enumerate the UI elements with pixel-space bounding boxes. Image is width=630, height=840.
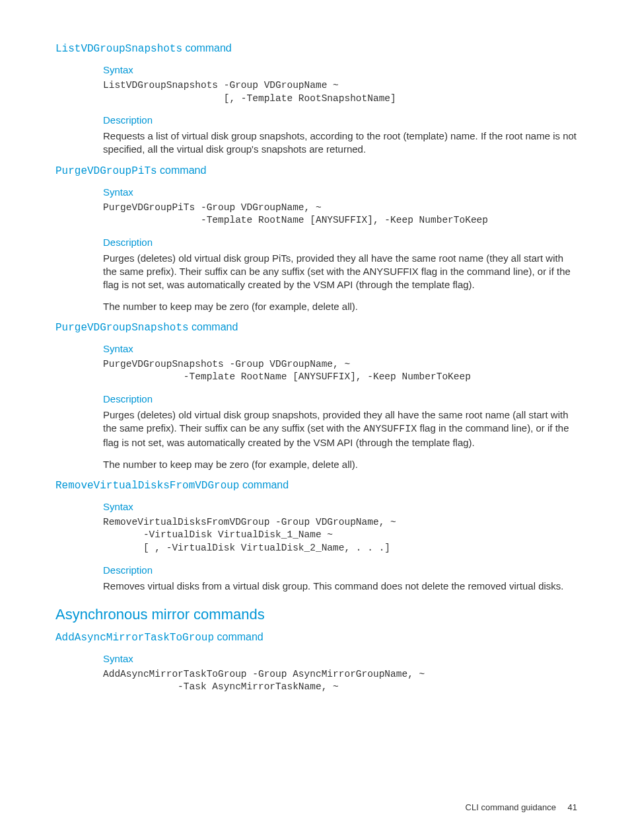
page: ListVDGroupSnapshots command Syntax List…	[0, 0, 630, 840]
heading-tail: command	[189, 321, 238, 332]
block-s1: Syntax ListVDGroupSnapshots -Group VDGro…	[103, 64, 577, 157]
heading-listvdgroupsnapshots: ListVDGroupSnapshots command	[55, 42, 577, 55]
block-s2: Syntax PurgeVDGroupPiTs -Group VDGroupNa…	[103, 186, 577, 313]
syntax-label: Syntax	[103, 64, 577, 75]
description-label: Description	[103, 393, 577, 404]
heading-code: PurgeVDGroupPiTs	[55, 165, 157, 177]
description-text: Removes virtual disks from a virtual dis…	[103, 580, 577, 593]
syntax-label: Syntax	[103, 501, 577, 512]
heading-tail: command	[239, 479, 289, 490]
heading-addasyncmirrortasktogroup: AddAsyncMirrorTaskToGroup command	[55, 631, 577, 644]
heading-tail: command	[214, 631, 263, 642]
heading-purgevdgrouppits: PurgeVDGroupPiTs command	[55, 165, 577, 177]
description-text-2: The number to keep may be zero (for exam…	[103, 458, 577, 471]
block-s4: Syntax RemoveVirtualDisksFromVDGroup -Gr…	[103, 501, 577, 593]
syntax-label: Syntax	[103, 653, 577, 664]
page-number: 41	[568, 802, 577, 812]
heading-tail: command	[157, 165, 207, 176]
heading-code: ListVDGroupSnapshots	[55, 43, 182, 55]
description-text: Purges (deletes) old virtual disk group …	[103, 408, 577, 450]
block-s5: Syntax AddAsyncMirrorTaskToGroup -Group …	[103, 653, 577, 694]
description-text: Requests a list of virtual disk group sn…	[103, 130, 577, 157]
description-text: Purges (deletes) old virtual disk group …	[103, 252, 577, 292]
syntax-label: Syntax	[103, 343, 577, 354]
block-s3: Syntax PurgeVDGroupSnapshots -Group VDGr…	[103, 343, 577, 471]
code-block: PurgeVDGroupPiTs -Group VDGroupName, ~ -…	[103, 202, 577, 227]
heading-code: RemoveVirtualDisksFromVDGroup	[55, 480, 239, 492]
inline-code: ANYSUFFIX	[363, 424, 417, 435]
description-label: Description	[103, 114, 577, 126]
section-heading-async-mirror: Asynchronous mirror commands	[55, 606, 577, 623]
page-footer: CLI command guidance 41	[466, 802, 577, 812]
code-block: ListVDGroupSnapshots -Group VDGroupName …	[103, 79, 577, 105]
code-block: PurgeVDGroupSnapshots -Group VDGroupName…	[103, 358, 577, 384]
footer-text: CLI command guidance	[466, 802, 556, 812]
heading-tail: command	[182, 42, 232, 54]
heading-code: PurgeVDGroupSnapshots	[55, 322, 189, 334]
syntax-label: Syntax	[103, 186, 577, 198]
heading-removevirtualdisksfromvdgroup: RemoveVirtualDisksFromVDGroup command	[55, 479, 577, 492]
code-block: RemoveVirtualDisksFromVDGroup -Group VDG…	[103, 516, 577, 555]
description-text-2: The number to keep may be zero (for exam…	[103, 300, 577, 313]
code-block: AddAsyncMirrorTaskToGroup -Group AsyncMi…	[103, 668, 577, 694]
description-label: Description	[103, 237, 577, 248]
heading-purgevdgroupsnapshots: PurgeVDGroupSnapshots command	[55, 321, 577, 334]
heading-code: AddAsyncMirrorTaskToGroup	[55, 632, 214, 644]
description-label: Description	[103, 564, 577, 576]
